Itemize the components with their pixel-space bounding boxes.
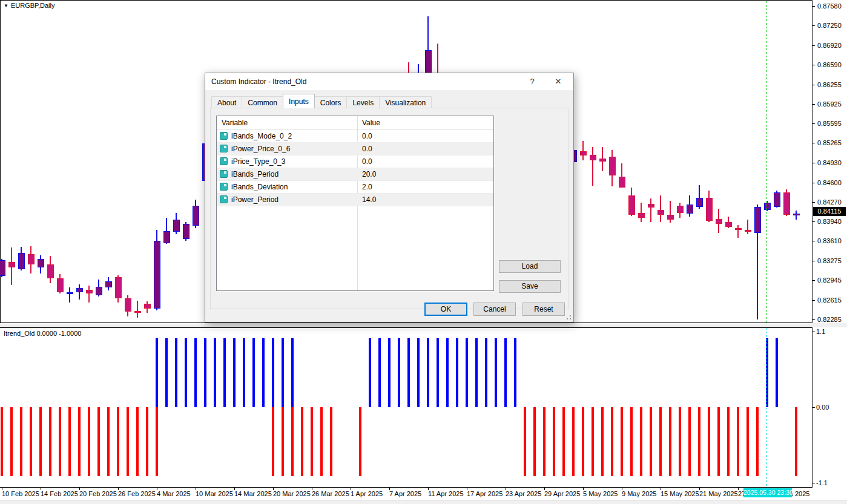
- time-tick-label: 14 Feb 2025: [41, 490, 78, 497]
- variable-icon: [220, 183, 228, 191]
- time-tick-label: 15 May 2025: [661, 490, 699, 497]
- table-row[interactable]: iPower_Period14.0: [217, 194, 493, 206]
- crosshair-vertical-main: [766, 1, 767, 322]
- table-row[interactable]: iPower_Price_0_60.0: [217, 143, 493, 155]
- symbol-label[interactable]: ▼EURGBP,Daily: [4, 2, 54, 9]
- variable-icon: [220, 132, 228, 140]
- variable-icon: [220, 157, 228, 165]
- variable-name: iBands_Deviation: [231, 183, 288, 191]
- variable-icon: [220, 170, 228, 178]
- variable-value[interactable]: 2.0: [362, 183, 372, 191]
- table-row[interactable]: iPrice_Type_0_30.0: [217, 155, 493, 168]
- time-tick-label: 7 Apr 2025: [389, 490, 421, 497]
- variable-name: iBands_Mode_0_2: [231, 132, 292, 140]
- load-button[interactable]: Load: [499, 260, 561, 273]
- variable-value[interactable]: 0.0: [362, 132, 372, 140]
- dialog-tab-strip: AboutCommonInputsColorsLevelsVisualizati…: [211, 95, 431, 108]
- variable-value[interactable]: 14.0: [362, 195, 376, 204]
- time-tick-label: 23 Apr 2025: [506, 490, 541, 497]
- cancel-button[interactable]: Cancel: [473, 303, 516, 316]
- tab-inputs[interactable]: Inputs: [283, 94, 315, 108]
- time-tick-label: 5 May 2025: [583, 490, 618, 497]
- time-tick-label: 11 Apr 2025: [428, 490, 464, 497]
- table-row[interactable]: iBands_Mode_0_20.0: [217, 130, 493, 143]
- table-row[interactable]: iBands_Period20.0: [217, 168, 493, 181]
- custom-indicator-dialog: Custom Indicator - Itrend_Old ? ✕ AboutC…: [205, 73, 574, 322]
- table-row[interactable]: iBands_Deviation2.0: [217, 181, 493, 194]
- time-tick-label: 9 May 2025: [622, 490, 656, 497]
- time-tick-label: 14 Mar 2025: [234, 490, 272, 497]
- time-tick-label: 20 Feb 2025: [79, 490, 117, 497]
- time-tick-label: 29 Apr 2025: [544, 490, 580, 497]
- time-tick-label: 10 Feb 2025: [2, 490, 39, 497]
- current-price-label: 0.84115: [813, 207, 846, 216]
- symbol-label-text: EURGBP,Daily: [11, 2, 55, 9]
- time-tick-label: 26 Mar 2025: [312, 490, 349, 497]
- variable-value[interactable]: 0.0: [362, 145, 372, 153]
- column-header-variable: Variable: [222, 119, 248, 127]
- time-tick-label: 26 Feb 2025: [118, 490, 156, 497]
- inputs-table[interactable]: Variable Value iBands_Mode_0_20.0iPower_…: [216, 116, 494, 291]
- chevron-down-icon: ▼: [4, 3, 8, 8]
- variable-name: iBands_Period: [231, 170, 278, 178]
- variable-icon: [220, 145, 228, 152]
- help-icon[interactable]: ?: [527, 76, 538, 87]
- crosshair-time-label: 2025.05.30 23:30: [743, 488, 792, 497]
- variable-icon: [220, 195, 228, 203]
- time-tick-label: 17 Apr 2025: [467, 490, 503, 497]
- variable-value[interactable]: 0.0: [362, 157, 372, 166]
- dialog-titlebar[interactable]: Custom Indicator - Itrend_Old ? ✕: [205, 73, 573, 90]
- variable-name: iPower_Period: [231, 195, 278, 204]
- column-header-value: Value: [362, 119, 380, 127]
- resize-grip[interactable]: [566, 315, 572, 320]
- reset-button[interactable]: Reset: [522, 303, 565, 316]
- close-icon[interactable]: ✕: [553, 76, 564, 87]
- save-button[interactable]: Save: [499, 280, 561, 293]
- dialog-title: Custom Indicator - Itrend_Old: [211, 77, 306, 86]
- time-tick-label: 20 Mar 2025: [273, 490, 311, 497]
- variable-name: iPrice_Type_0_3: [231, 157, 285, 166]
- time-tick-label: 21 May 2025: [699, 490, 738, 497]
- time-tick-label: 10 Mar 2025: [196, 490, 233, 497]
- time-tick-label: 1 Apr 2025: [351, 490, 383, 497]
- ok-button[interactable]: OK: [424, 303, 467, 316]
- variable-name: iPower_Price_0_6: [231, 145, 290, 153]
- table-header-row: Variable Value: [217, 116, 493, 130]
- time-tick-label: 4 Mar 2025: [157, 490, 191, 497]
- variable-value[interactable]: 20.0: [362, 170, 376, 178]
- indicator-name-label: Itrend_Old 0.0000 -1.0000: [4, 330, 81, 337]
- crosshair-vertical-indicator: [766, 328, 767, 487]
